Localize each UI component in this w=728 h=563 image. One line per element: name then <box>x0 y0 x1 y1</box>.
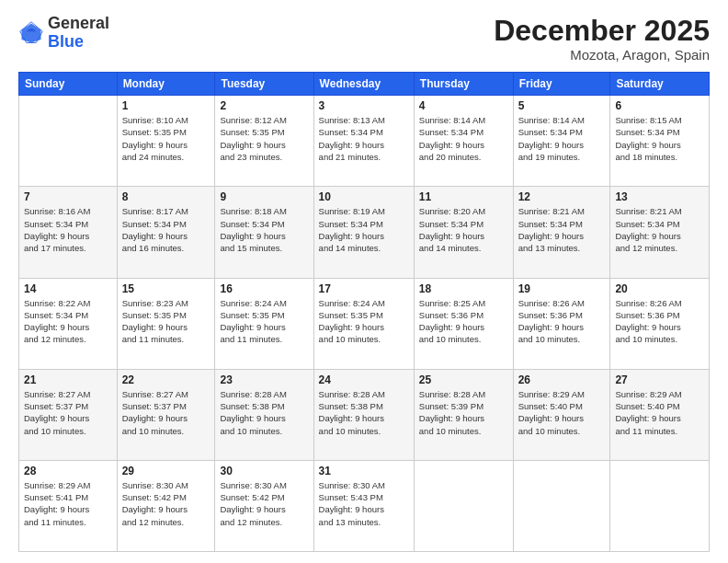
day-info: Sunrise: 8:13 AM Sunset: 5:34 PM Dayligh… <box>319 114 409 163</box>
day-info: Sunrise: 8:28 AM Sunset: 5:39 PM Dayligh… <box>419 388 508 437</box>
day-info: Sunrise: 8:26 AM Sunset: 5:36 PM Dayligh… <box>615 297 704 346</box>
calendar-week-row: 21Sunrise: 8:27 AM Sunset: 5:37 PM Dayli… <box>19 369 710 460</box>
day-number: 1 <box>122 99 210 112</box>
day-info: Sunrise: 8:24 AM Sunset: 5:35 PM Dayligh… <box>220 297 308 346</box>
calendar-day-cell: 7Sunrise: 8:16 AM Sunset: 5:34 PM Daylig… <box>19 187 118 278</box>
weekday-header: Monday <box>117 73 215 96</box>
day-info: Sunrise: 8:30 AM Sunset: 5:43 PM Dayligh… <box>319 479 409 528</box>
weekday-header: Friday <box>513 73 610 96</box>
day-number: 2 <box>220 99 308 112</box>
title-block: December 2025 Mozota, Aragon, Spain <box>494 15 710 63</box>
day-number: 25 <box>419 373 508 386</box>
calendar-day-cell: 8Sunrise: 8:17 AM Sunset: 5:34 PM Daylig… <box>117 187 215 278</box>
day-info: Sunrise: 8:20 AM Sunset: 5:34 PM Dayligh… <box>419 205 508 254</box>
day-info: Sunrise: 8:29 AM Sunset: 5:40 PM Dayligh… <box>615 388 704 437</box>
day-info: Sunrise: 8:21 AM Sunset: 5:34 PM Dayligh… <box>615 205 704 254</box>
day-info: Sunrise: 8:26 AM Sunset: 5:36 PM Dayligh… <box>518 297 606 346</box>
calendar-day-cell <box>414 460 513 551</box>
day-number: 14 <box>24 282 112 295</box>
calendar-week-row: 28Sunrise: 8:29 AM Sunset: 5:41 PM Dayli… <box>19 460 710 551</box>
location: Mozota, Aragon, Spain <box>494 47 710 63</box>
calendar-day-cell: 24Sunrise: 8:28 AM Sunset: 5:38 PM Dayli… <box>313 369 414 460</box>
calendar-day-cell: 3Sunrise: 8:13 AM Sunset: 5:34 PM Daylig… <box>313 96 414 187</box>
calendar-day-cell: 17Sunrise: 8:24 AM Sunset: 5:35 PM Dayli… <box>313 278 414 369</box>
day-number: 7 <box>24 190 112 203</box>
calendar-day-cell: 19Sunrise: 8:26 AM Sunset: 5:36 PM Dayli… <box>513 278 610 369</box>
calendar-day-cell: 26Sunrise: 8:29 AM Sunset: 5:40 PM Dayli… <box>513 369 610 460</box>
calendar-day-cell: 25Sunrise: 8:28 AM Sunset: 5:39 PM Dayli… <box>414 369 513 460</box>
day-info: Sunrise: 8:25 AM Sunset: 5:36 PM Dayligh… <box>419 297 508 346</box>
day-number: 26 <box>518 373 606 386</box>
calendar-day-cell: 6Sunrise: 8:15 AM Sunset: 5:34 PM Daylig… <box>610 96 710 187</box>
calendar-day-cell: 15Sunrise: 8:23 AM Sunset: 5:35 PM Dayli… <box>117 278 215 369</box>
day-info: Sunrise: 8:30 AM Sunset: 5:42 PM Dayligh… <box>122 479 210 528</box>
calendar-day-cell: 11Sunrise: 8:20 AM Sunset: 5:34 PM Dayli… <box>414 187 513 278</box>
calendar-day-cell: 28Sunrise: 8:29 AM Sunset: 5:41 PM Dayli… <box>19 460 118 551</box>
calendar-day-cell: 23Sunrise: 8:28 AM Sunset: 5:38 PM Dayli… <box>215 369 313 460</box>
month-title: December 2025 <box>494 15 710 47</box>
weekday-header: Tuesday <box>215 73 313 96</box>
calendar-day-cell: 14Sunrise: 8:22 AM Sunset: 5:34 PM Dayli… <box>19 278 118 369</box>
logo-icon <box>18 20 44 46</box>
day-number: 11 <box>419 190 508 203</box>
day-info: Sunrise: 8:24 AM Sunset: 5:35 PM Dayligh… <box>319 297 409 346</box>
day-info: Sunrise: 8:12 AM Sunset: 5:35 PM Dayligh… <box>220 114 308 163</box>
page: General Blue December 2025 Mozota, Arago… <box>0 0 728 563</box>
day-number: 31 <box>319 465 409 477</box>
day-info: Sunrise: 8:18 AM Sunset: 5:34 PM Dayligh… <box>220 205 308 254</box>
calendar-day-cell: 16Sunrise: 8:24 AM Sunset: 5:35 PM Dayli… <box>215 278 313 369</box>
day-info: Sunrise: 8:21 AM Sunset: 5:34 PM Dayligh… <box>518 205 606 254</box>
day-info: Sunrise: 8:28 AM Sunset: 5:38 PM Dayligh… <box>220 388 308 437</box>
calendar-day-cell: 2Sunrise: 8:12 AM Sunset: 5:35 PM Daylig… <box>215 96 313 187</box>
day-number: 28 <box>24 465 112 477</box>
day-info: Sunrise: 8:27 AM Sunset: 5:37 PM Dayligh… <box>24 388 112 437</box>
day-info: Sunrise: 8:27 AM Sunset: 5:37 PM Dayligh… <box>122 388 210 437</box>
day-number: 3 <box>319 99 409 112</box>
calendar-day-cell: 22Sunrise: 8:27 AM Sunset: 5:37 PM Dayli… <box>117 369 215 460</box>
calendar-day-cell: 10Sunrise: 8:19 AM Sunset: 5:34 PM Dayli… <box>313 187 414 278</box>
day-number: 23 <box>220 373 308 386</box>
calendar-week-row: 7Sunrise: 8:16 AM Sunset: 5:34 PM Daylig… <box>19 187 710 278</box>
calendar-day-cell: 31Sunrise: 8:30 AM Sunset: 5:43 PM Dayli… <box>313 460 414 551</box>
weekday-header: Wednesday <box>313 73 414 96</box>
day-info: Sunrise: 8:28 AM Sunset: 5:38 PM Dayligh… <box>319 388 409 437</box>
day-info: Sunrise: 8:17 AM Sunset: 5:34 PM Dayligh… <box>122 205 210 254</box>
day-number: 5 <box>518 99 606 112</box>
day-number: 9 <box>220 190 308 203</box>
day-number: 30 <box>220 465 308 477</box>
day-number: 12 <box>518 190 606 203</box>
logo: General Blue <box>18 15 109 52</box>
calendar-day-cell: 1Sunrise: 8:10 AM Sunset: 5:35 PM Daylig… <box>117 96 215 187</box>
calendar-day-cell: 9Sunrise: 8:18 AM Sunset: 5:34 PM Daylig… <box>215 187 313 278</box>
calendar-day-cell: 21Sunrise: 8:27 AM Sunset: 5:37 PM Dayli… <box>19 369 118 460</box>
day-number: 17 <box>319 282 409 295</box>
day-number: 19 <box>518 282 606 295</box>
calendar-week-row: 14Sunrise: 8:22 AM Sunset: 5:34 PM Dayli… <box>19 278 710 369</box>
calendar-day-cell <box>513 460 610 551</box>
day-info: Sunrise: 8:23 AM Sunset: 5:35 PM Dayligh… <box>122 297 210 346</box>
logo-blue-text: Blue <box>48 32 84 51</box>
day-number: 29 <box>122 465 210 477</box>
day-info: Sunrise: 8:30 AM Sunset: 5:42 PM Dayligh… <box>220 479 308 528</box>
day-info: Sunrise: 8:10 AM Sunset: 5:35 PM Dayligh… <box>122 114 210 163</box>
calendar-day-cell: 27Sunrise: 8:29 AM Sunset: 5:40 PM Dayli… <box>610 369 710 460</box>
weekday-header: Sunday <box>19 73 118 96</box>
calendar-day-cell: 12Sunrise: 8:21 AM Sunset: 5:34 PM Dayli… <box>513 187 610 278</box>
calendar-header-row: SundayMondayTuesdayWednesdayThursdayFrid… <box>19 73 710 96</box>
calendar-day-cell: 13Sunrise: 8:21 AM Sunset: 5:34 PM Dayli… <box>610 187 710 278</box>
weekday-header: Thursday <box>414 73 513 96</box>
calendar-day-cell: 29Sunrise: 8:30 AM Sunset: 5:42 PM Dayli… <box>117 460 215 551</box>
day-info: Sunrise: 8:22 AM Sunset: 5:34 PM Dayligh… <box>24 297 112 346</box>
day-info: Sunrise: 8:15 AM Sunset: 5:34 PM Dayligh… <box>615 114 704 163</box>
day-number: 20 <box>615 282 704 295</box>
day-number: 6 <box>615 99 704 112</box>
weekday-header: Saturday <box>610 73 710 96</box>
calendar-day-cell <box>19 96 118 187</box>
day-number: 15 <box>122 282 210 295</box>
day-number: 4 <box>419 99 508 112</box>
day-number: 21 <box>24 373 112 386</box>
calendar-day-cell: 20Sunrise: 8:26 AM Sunset: 5:36 PM Dayli… <box>610 278 710 369</box>
logo-general-text: General <box>48 14 109 32</box>
header: General Blue December 2025 Mozota, Arago… <box>18 15 710 63</box>
day-info: Sunrise: 8:14 AM Sunset: 5:34 PM Dayligh… <box>419 114 508 163</box>
